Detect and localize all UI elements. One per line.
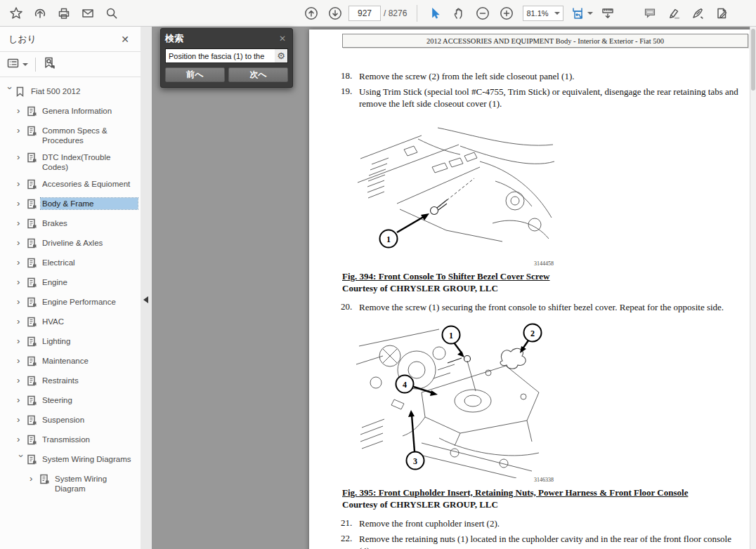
comment-icon[interactable] (638, 3, 662, 24)
chevron-right-icon[interactable]: › (17, 105, 27, 116)
hand-tool-icon[interactable] (447, 3, 471, 24)
zoom-out-icon[interactable] (471, 3, 495, 24)
svg-text:2: 2 (530, 328, 535, 338)
collapse-panel-icon[interactable] (143, 296, 148, 303)
vertical-scrollbar[interactable] (750, 27, 756, 549)
bookmark-item[interactable]: ›Suspension (0, 411, 141, 431)
bookmark-page-icon (39, 473, 53, 487)
scrollbar-thumb[interactable] (751, 29, 755, 91)
bookmark-item[interactable]: ›Steering (0, 392, 141, 411)
document-viewport[interactable]: 2012 ACCESSORIES AND EQUIPMENT Body - In… (152, 27, 756, 549)
chevron-right-icon[interactable]: › (17, 395, 27, 405)
bookmark-item-label: Genera Information (41, 105, 138, 117)
zoom-in-icon[interactable] (495, 3, 519, 24)
bookmark-page-icon (27, 454, 41, 468)
bookmark-item-label: Restraints (41, 375, 138, 386)
procedure-step: 18.Remove the screw (2) from the left si… (341, 70, 745, 82)
search-query-input[interactable] (166, 52, 275, 60)
bookmark-item-label: Electrical (41, 257, 138, 268)
measure-icon[interactable] (596, 3, 620, 24)
bookmark-item[interactable]: ›Genera Information (0, 102, 141, 122)
bookmark-item[interactable]: ›HVAC (0, 313, 141, 333)
page-number-input[interactable] (348, 6, 381, 21)
technical-diagram-floor-console: 1 2 4 3 (355, 322, 556, 478)
bookmark-item[interactable]: ›Restraints (0, 372, 141, 392)
next-page-icon[interactable] (323, 3, 347, 24)
chevron-right-icon[interactable]: › (17, 434, 27, 444)
procedure-step: 22.Remove the retaining nuts (1) located… (341, 533, 745, 549)
chevron-right-icon[interactable]: › (17, 375, 27, 385)
search-icon[interactable] (100, 3, 124, 24)
chevron-right-icon[interactable]: › (17, 237, 27, 248)
chevron-right-icon[interactable]: › (17, 152, 27, 162)
chevron-right-icon[interactable]: › (17, 257, 27, 267)
fit-width-button[interactable] (568, 3, 596, 24)
bookmark-page-icon (27, 237, 41, 251)
bookmark-item[interactable]: ›Maintenance (0, 352, 141, 372)
chevron-right-icon[interactable]: › (17, 296, 27, 307)
procedure-step: 21.Remove the front cupholder insert (2)… (341, 517, 745, 529)
technical-diagram-console-screw: 1 (355, 118, 556, 262)
print-icon[interactable] (52, 3, 76, 24)
bookmark-item[interactable]: ›Engine (0, 274, 141, 293)
bookmark-page-icon (27, 178, 41, 192)
bookmark-item[interactable]: ›Driveline & Axles (0, 234, 141, 254)
chevron-right-icon[interactable]: › (17, 355, 27, 366)
chevron-right-icon[interactable]: › (17, 218, 27, 228)
mail-icon[interactable] (76, 3, 100, 24)
bookmark-page-icon (27, 152, 41, 166)
bookmark-flag-icon (15, 86, 30, 100)
svg-text:1: 1 (449, 330, 453, 340)
previous-page-icon[interactable] (299, 3, 323, 24)
bookmark-item[interactable]: ›Accesories & Equioment (0, 176, 141, 195)
bookmark-item[interactable]: ›Transmission (0, 431, 141, 451)
zoom-level-select[interactable]: 81.1% (523, 6, 563, 21)
close-icon[interactable]: ✕ (118, 34, 132, 45)
chevron-right-icon[interactable]: › (30, 473, 39, 484)
bookmark-item[interactable]: ›Engine Performance (0, 293, 141, 313)
find-current-bookmark-icon[interactable] (43, 57, 56, 72)
chevron-right-icon[interactable]: › (17, 336, 27, 346)
bookmark-item[interactable]: ›Common Specs & Procedures (0, 122, 141, 149)
share-upload-icon[interactable] (28, 3, 52, 24)
close-icon[interactable]: ✕ (277, 34, 288, 44)
chevron-down-icon[interactable] (22, 63, 28, 66)
edit-pdf-icon[interactable] (710, 3, 734, 24)
gear-icon[interactable]: ⚙ (275, 49, 287, 62)
bookmark-item[interactable]: ›Fiat 500 2012 (0, 83, 141, 102)
fill-sign-icon[interactable] (686, 3, 710, 24)
favorite-star-icon[interactable] (4, 3, 28, 24)
bookmark-item-label: Transmission (41, 434, 138, 445)
page-total-label: / 8276 (384, 8, 407, 18)
bookmark-item-label: Accesories & Equioment (41, 178, 138, 190)
toolbar-divider (35, 58, 36, 72)
bookmark-item[interactable]: ›System Wiring Diagram (0, 470, 141, 497)
chevron-right-icon[interactable]: › (17, 125, 27, 135)
bookmark-item[interactable]: ›Body & Frame (0, 195, 141, 215)
svg-text:4: 4 (403, 379, 407, 389)
chevron-right-icon[interactable]: › (17, 277, 27, 287)
highlight-icon[interactable] (662, 3, 686, 24)
chevron-right-icon[interactable]: › (17, 198, 27, 209)
bookmark-tree: ›Fiat 500 2012›Genera Information›Common… (0, 77, 141, 497)
bookmark-item[interactable]: ›System Wiring Diagrams (0, 451, 141, 470)
bookmark-item[interactable]: ›Brakes (0, 215, 141, 234)
chevron-down-icon[interactable]: › (16, 454, 27, 464)
bookmark-item-label: Maintenance (41, 355, 138, 366)
bookmark-page-icon (27, 218, 41, 232)
chevron-down-icon[interactable]: › (5, 86, 15, 96)
select-tool-icon[interactable] (423, 3, 447, 24)
bookmarks-panel-header: しおり ✕ (0, 27, 141, 52)
bookmark-page-icon (27, 277, 41, 291)
find-next-button[interactable]: 次へ (228, 67, 288, 82)
panel-gutter (141, 27, 152, 549)
chevron-right-icon[interactable]: › (17, 414, 27, 425)
bookmark-item[interactable]: ›Lighting (0, 333, 141, 352)
bookmark-item[interactable]: ›DTC Index(Trouble Codes) (0, 149, 141, 176)
bookmark-page-icon (27, 125, 41, 139)
bookmark-item[interactable]: ›Electrical (0, 254, 141, 274)
chevron-right-icon[interactable]: › (17, 178, 27, 189)
chevron-right-icon[interactable]: › (17, 316, 27, 326)
bookmark-options-icon[interactable] (7, 58, 20, 72)
find-previous-button[interactable]: 前へ (165, 67, 225, 82)
